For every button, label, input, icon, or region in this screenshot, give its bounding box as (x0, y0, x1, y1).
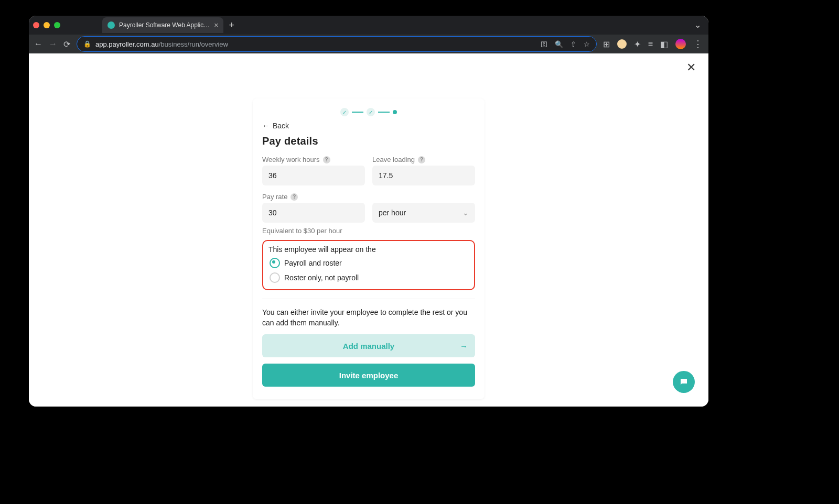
chrome-dropdown-icon[interactable]: ⌄ (694, 20, 701, 30)
back-icon[interactable]: ← (34, 39, 42, 49)
chat-icon (679, 377, 689, 387)
step-line (352, 112, 363, 113)
extension-tray: ⊞ ✦ ≡ ◧ ⋮ (603, 38, 703, 50)
pay-rate-equivalent-hint: Equivalent to $30 per hour (262, 227, 475, 235)
share-icon[interactable]: ⇧ (571, 40, 576, 48)
extensions-icon[interactable]: ✦ (634, 39, 641, 49)
back-label: Back (273, 122, 289, 130)
chat-widget-button[interactable] (673, 371, 695, 393)
chevron-down-icon: ⌄ (462, 209, 469, 217)
divider (262, 299, 475, 299)
radio-label: Payroll and roster (284, 259, 342, 267)
invite-employee-button[interactable]: Invite employee (262, 364, 475, 387)
leave-loading-label: Leave loading ? (372, 156, 475, 163)
appears-on-group-highlight: This employee will appear on the Payroll… (262, 240, 475, 290)
appears-on-title: This employee will appear on the (268, 245, 470, 254)
radio-dot-icon (270, 258, 280, 268)
page-title: Pay details (262, 135, 475, 147)
kebab-menu-icon[interactable]: ⋮ (693, 38, 703, 50)
leave-loading-input[interactable]: 17.5 (372, 166, 475, 185)
step-3-active-icon (393, 110, 397, 114)
arrow-right-icon: → (460, 342, 468, 350)
url-host: app.payroller.com.au (95, 40, 159, 48)
weekly-hours-label: Weekly work hours ? (262, 156, 365, 163)
wizard-stepper: ✓ ✓ (262, 106, 475, 118)
help-icon[interactable]: ? (323, 156, 330, 163)
pay-rate-unit-select[interactable]: per hour ⌄ (372, 203, 475, 223)
pay-details-modal: ✓ ✓ ← Back Pay details Weekly work hours (253, 98, 485, 399)
add-manually-button[interactable]: Add manually → (262, 334, 475, 357)
radio-label: Roster only, not payroll (284, 273, 359, 282)
radio-roster-only[interactable]: Roster only, not payroll (267, 270, 470, 285)
pay-rate-input[interactable]: 30 (262, 203, 365, 223)
help-icon[interactable]: ? (418, 156, 425, 163)
browser-tab-active[interactable]: Payroller Software Web Applic… × (102, 17, 223, 33)
tab-favicon-icon (107, 21, 115, 29)
new-tab-button[interactable]: + (229, 20, 234, 31)
chrome-toolbar: ← → ⟳ 🔒 app.payroller.com.au/business/ru… (29, 35, 708, 53)
panel-icon[interactable]: ◧ (660, 39, 668, 49)
window-close-dot[interactable] (33, 22, 39, 28)
step-line (378, 112, 390, 113)
tab-close-icon[interactable]: × (214, 21, 218, 29)
star-icon[interactable]: ☆ (584, 40, 590, 48)
zoom-icon[interactable]: 🔍 (555, 40, 563, 48)
radio-dot-icon (270, 272, 280, 283)
extension-face-icon[interactable] (617, 39, 627, 49)
url-path: /business/run/overview (159, 40, 228, 48)
help-icon[interactable]: ? (291, 193, 298, 201)
key-icon[interactable]: ⚿ (541, 40, 547, 48)
back-button[interactable]: ← Back (262, 122, 475, 130)
window-zoom-dot[interactable] (54, 22, 60, 28)
reading-list-icon[interactable]: ≡ (648, 39, 653, 49)
step-1-done-icon: ✓ (340, 108, 349, 116)
step-2-done-icon: ✓ (367, 108, 375, 116)
reload-icon[interactable]: ⟳ (63, 39, 70, 49)
radio-payroll-and-roster[interactable]: Payroll and roster (267, 256, 470, 270)
window-minimize-dot[interactable] (44, 22, 50, 28)
forward-icon[interactable]: → (49, 39, 57, 49)
browser-window: Payroller Software Web Applic… × + ⌄ ← →… (29, 16, 708, 407)
pay-rate-label: Pay rate ? (262, 193, 475, 201)
extension-grid-icon[interactable]: ⊞ (603, 39, 610, 49)
chrome-tab-strip: Payroller Software Web Applic… × + ⌄ (29, 16, 708, 35)
tab-title: Payroller Software Web Applic… (119, 21, 210, 29)
invite-info-text: You can either invite your employee to c… (262, 308, 475, 328)
back-arrow-icon: ← (262, 122, 270, 130)
address-bar[interactable]: 🔒 app.payroller.com.au/business/run/over… (77, 36, 597, 52)
profile-avatar[interactable] (675, 39, 686, 49)
weekly-hours-input[interactable]: 36 (262, 166, 365, 185)
page-content: ✕ ✓ ✓ ← Back Pay details (29, 53, 708, 407)
modal-close-icon[interactable]: ✕ (686, 61, 696, 74)
lock-icon: 🔒 (83, 40, 91, 48)
